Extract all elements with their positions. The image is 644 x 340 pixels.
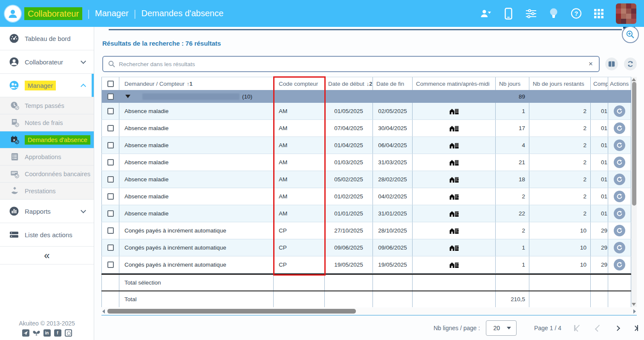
recalculate-button[interactable] [614, 174, 625, 185]
column-settings-button[interactable] [605, 58, 618, 70]
last-page-button[interactable] [633, 325, 638, 331]
sidebar-item-collaborateur[interactable]: Collaborateur [0, 50, 94, 74]
recalculate-button[interactable] [614, 157, 625, 168]
instagram-icon[interactable] [65, 329, 72, 337]
table-row[interactable]: Absence maladie AM 01/03/2025 31/03/2025… [101, 154, 631, 171]
butterfly-icon[interactable] [33, 329, 40, 337]
sliders-icon[interactable] [526, 8, 537, 19]
cell-comp: 01 [591, 171, 608, 188]
cell-nb-jours: 1 [496, 256, 529, 273]
profile-avatar-icon[interactable] [5, 6, 21, 22]
scroll-down-icon[interactable] [632, 303, 636, 306]
cell-code: CP [274, 239, 325, 256]
sidebar-item-temps-passes[interactable]: Temps passés [0, 97, 94, 114]
lines-per-page-select[interactable]: 20 [486, 320, 517, 336]
select-all-checkbox[interactable] [107, 81, 114, 87]
vertical-scrollbar[interactable] [631, 77, 637, 307]
sidebar-item-prestations[interactable]: Prestations [0, 183, 94, 200]
recalculate-button[interactable] [614, 242, 625, 253]
column-header-nb-jours[interactable]: Nb jours [496, 77, 529, 90]
column-header-commence[interactable]: Commence matin/après-midi [413, 77, 496, 90]
sidebar-collapse-button[interactable]: « [0, 247, 94, 264]
column-header-date-fin[interactable]: Date de fin [373, 77, 413, 90]
row-checkbox[interactable] [107, 227, 114, 234]
column-header-nb-jours-restants[interactable]: Nb de jours restants [529, 77, 591, 90]
sidebar-item-tableau-de-bord[interactable]: Tableau de bord [0, 27, 94, 50]
clear-search-icon[interactable]: × [589, 60, 593, 68]
sidebar-item-demandes-absence[interactable]: x Demandes d'absence [0, 131, 94, 148]
row-checkbox[interactable] [107, 159, 114, 166]
table-row[interactable]: Congés payés à incrément automatique CP … [101, 239, 631, 256]
cell-comp: 29 [591, 239, 608, 256]
calendar-absence-icon: x [10, 135, 19, 144]
table-row[interactable]: Congés payés à incrément automatique CP … [101, 256, 631, 273]
column-header-demandeur[interactable]: Demandeur / Compteur↑1 [119, 77, 274, 90]
table-row[interactable]: Absence maladie AM 01/05/2025 02/05/2025… [101, 103, 631, 120]
row-checkbox[interactable] [107, 262, 114, 268]
recalculate-button[interactable] [614, 139, 625, 151]
cell-code: AM [274, 188, 325, 205]
cell-comp: 29 [591, 222, 608, 239]
recalculate-button[interactable] [614, 191, 625, 202]
scroll-right-icon[interactable] [633, 309, 636, 314]
mobile-icon[interactable] [503, 8, 514, 19]
table-row[interactable]: Absence maladie AM 07/04/2025 30/04/2025… [101, 120, 631, 137]
cell-nb-jours: 2 [496, 188, 529, 205]
help-icon[interactable]: ? [571, 8, 582, 19]
scroll-left-icon[interactable] [102, 309, 105, 314]
horizontal-scroll-thumb[interactable] [107, 309, 356, 314]
row-checkbox[interactable] [107, 244, 114, 251]
recalculate-button[interactable] [614, 105, 625, 117]
table-row[interactable]: Congés payés à incrément automatique CP … [101, 222, 631, 239]
recalculate-button[interactable] [614, 259, 625, 270]
group-row[interactable]: (10) 89 [101, 90, 631, 103]
cell-nb-jours: 2 [496, 222, 529, 239]
user-avatar[interactable] [616, 3, 636, 24]
row-checkbox[interactable] [107, 210, 114, 217]
group-checkbox[interactable] [107, 93, 114, 100]
row-checkbox[interactable] [107, 193, 114, 200]
horizontal-scrollbar[interactable] [101, 308, 637, 314]
scroll-up-icon[interactable] [632, 78, 636, 81]
sidebar-item-label: Temps passés [25, 102, 64, 109]
collapse-group-icon[interactable] [125, 95, 130, 98]
column-header-actions[interactable]: Actions [608, 77, 631, 90]
recalculate-button[interactable] [614, 122, 625, 134]
open-search-panel-button[interactable] [622, 26, 639, 43]
cell-date-debut: 05/02/2025 [325, 171, 373, 188]
table-row[interactable]: Absence maladie AM 01/02/2025 04/02/2025… [101, 188, 631, 205]
paper-plane-icon[interactable] [22, 329, 29, 337]
column-header-comp[interactable]: Comp [591, 77, 608, 90]
sort-desc-2-icon: ↓2 [367, 81, 373, 87]
role-badge[interactable]: Collaborateur [24, 7, 82, 20]
vertical-scroll-thumb[interactable] [632, 82, 636, 206]
sidebar-item-approbations[interactable]: Approbations [0, 148, 94, 166]
column-header-code-compteur[interactable]: Code compteur [274, 77, 325, 90]
facebook-icon[interactable]: f [54, 329, 61, 337]
sidebar-item-notes-de-frais[interactable]: Notes de frais [0, 114, 94, 131]
row-checkbox[interactable] [107, 176, 114, 183]
table-row[interactable]: Absence maladie AM 05/02/2025 28/02/2025… [101, 171, 631, 188]
sidebar-item-manager[interactable]: Manager [0, 74, 94, 97]
user-switch-icon[interactable] [480, 8, 491, 19]
table-row[interactable]: Absence maladie AM 01/01/2025 31/01/2025… [101, 205, 631, 222]
search-input[interactable] [119, 61, 589, 67]
recalculate-button[interactable] [614, 208, 625, 219]
row-checkbox[interactable] [107, 142, 114, 148]
sidebar-item-liste-des-actions[interactable]: Liste des actions [0, 223, 94, 247]
recalculate-button[interactable] [614, 225, 625, 236]
previous-page-button[interactable] [595, 326, 601, 330]
next-page-button[interactable] [615, 326, 619, 330]
apps-grid-icon[interactable] [593, 8, 604, 19]
column-header-date-debut[interactable]: Date de début↓2 [325, 77, 373, 90]
sidebar-item-rapports[interactable]: Rapports [0, 200, 94, 223]
refresh-results-button[interactable] [624, 58, 637, 70]
row-checkbox[interactable] [107, 125, 114, 131]
row-checkbox[interactable] [107, 108, 114, 114]
linkedin-icon[interactable]: in [43, 329, 51, 337]
table-row[interactable]: Absence maladie AM 01/04/2025 06/04/2025… [101, 137, 631, 154]
first-page-button[interactable] [574, 325, 581, 331]
lightbulb-icon[interactable] [548, 8, 559, 19]
sidebar-item-label: Prestations [25, 188, 56, 195]
sidebar-item-coordonnees-bancaires[interactable]: Coordonnées bancaires [0, 166, 94, 183]
